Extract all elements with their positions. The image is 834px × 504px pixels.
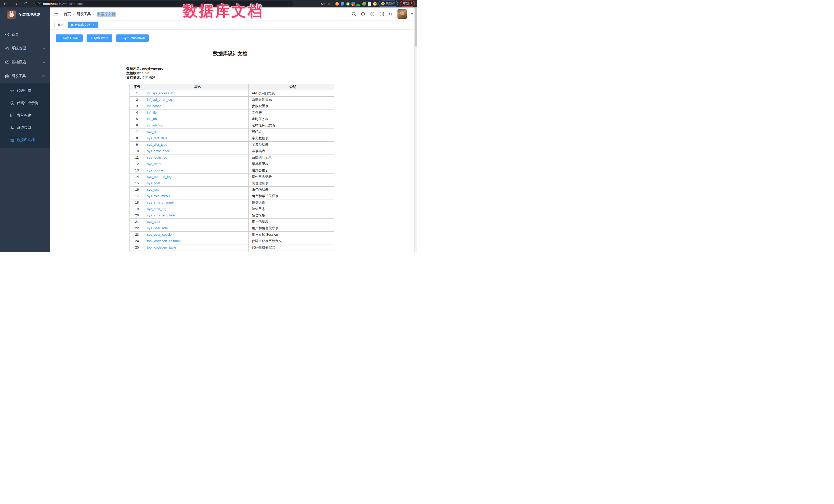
paused-chip[interactable]: 已暂停: [378, 1, 398, 7]
tag-home[interactable]: 首页: [54, 22, 66, 28]
sidebar-item-form-builder[interactable]: 表单构建: [0, 109, 50, 122]
sidebar-item-codegen[interactable]: </> 代码生成: [0, 85, 50, 97]
scrollbar-thumb[interactable]: [415, 8, 417, 46]
table-desc-cell: 角色信息表: [249, 186, 334, 193]
table-name-link[interactable]: sys_user_role: [147, 226, 168, 230]
reload-icon[interactable]: [23, 1, 29, 7]
row-index: 18: [130, 199, 145, 205]
extension-emoji-icon[interactable]: [373, 2, 377, 6]
table-name-link[interactable]: sys_post: [147, 181, 160, 185]
table-name-link[interactable]: sys_notice: [147, 168, 163, 172]
address-bar[interactable]: i localhost:1024/tool/db-doc: [35, 1, 293, 6]
breadcrumb-devtools[interactable]: 研发工具: [76, 12, 91, 17]
help-icon[interactable]: ?: [370, 12, 375, 17]
table-grid-icon: [10, 138, 14, 142]
table-name-link[interactable]: sys_error_code: [147, 149, 170, 153]
table-name-link[interactable]: tool_codegen_table: [147, 245, 176, 249]
search-icon[interactable]: [351, 12, 356, 17]
table-row: 1inf_api_access_logAPI 访问日志表: [130, 90, 334, 96]
extensions-puzzle-icon[interactable]: [368, 2, 371, 6]
row-index: 15: [130, 180, 145, 186]
sidebar-item-system-api[interactable]: 系统接口: [0, 122, 50, 134]
table-name-link[interactable]: sys_dict_data: [147, 136, 168, 140]
chevron-down-icon: [42, 46, 45, 49]
table-row: 7sys_dept部门表: [130, 129, 334, 135]
table-desc-cell: 代码生成表字段定义: [249, 238, 334, 244]
doc-table-body: 1inf_api_access_logAPI 访问日志表2inf_api_err…: [130, 90, 334, 252]
table-row: 3inf_config参数配置表: [130, 103, 334, 109]
browser-toolbar: i localhost:1024/tool/db-doc ☆ on 已暂停 更新: [0, 0, 417, 7]
sidebar-item-devtools[interactable]: 研发工具: [0, 69, 50, 83]
table-name-link[interactable]: sys_dept: [147, 130, 160, 134]
logo-avatar: [7, 10, 16, 19]
breadcrumb-home[interactable]: 首页: [64, 12, 71, 17]
table-name-link[interactable]: sys_login_log: [147, 155, 167, 159]
table-name-link[interactable]: sys_role_menu: [147, 194, 170, 198]
table-name-link[interactable]: inf_file: [147, 111, 157, 114]
table-name-link[interactable]: tool_codegen_column: [147, 239, 180, 243]
table-row: 9sys_dict_type字典类型表: [130, 141, 334, 148]
export-word-button[interactable]: + 导出 Word: [87, 35, 112, 42]
table-row: 20sys_sms_template短信模板: [130, 212, 334, 218]
table-name-link[interactable]: sys_user: [147, 220, 160, 224]
doc-desc-line: 文档描述: 文档描述: [126, 75, 334, 80]
sidebar-item-infra[interactable]: 基础设施: [0, 55, 50, 69]
table-name-cell: inf_api_error_log: [145, 96, 249, 103]
table-name-link[interactable]: inf_api_error_log: [147, 98, 172, 102]
tag-close-icon[interactable]: ×: [92, 23, 95, 27]
table-name-link[interactable]: inf_api_access_log: [147, 91, 175, 95]
key-icon[interactable]: [321, 1, 326, 7]
table-row: 18sys_sms_channel短信渠道: [130, 199, 334, 205]
table-name-link[interactable]: sys_sms_log: [147, 207, 166, 211]
table-row: 21sys_user用户信息表: [130, 218, 334, 225]
table-name-cell: sys_error_code: [145, 148, 249, 154]
table-name-link[interactable]: sys_dict_type: [147, 143, 167, 147]
user-menu-caret-icon[interactable]: [411, 13, 413, 15]
table-name-cell: sys_dept: [145, 129, 249, 135]
back-icon[interactable]: [2, 1, 9, 7]
extension-dark-icon[interactable]: on: [357, 2, 360, 6]
update-chip[interactable]: 更新: [400, 1, 415, 7]
table-name-link[interactable]: sys_sms_template: [147, 213, 175, 217]
app-logo[interactable]: 芋道管理系统: [0, 7, 50, 22]
page-scrollbar[interactable]: [414, 7, 417, 252]
extension-color-grid-icon[interactable]: [351, 2, 355, 6]
bookmark-star-icon[interactable]: ☆: [327, 2, 331, 6]
sidebar-item-system[interactable]: 系统管理: [0, 41, 50, 55]
table-name-cell: sys_user: [145, 218, 249, 225]
table-name-link[interactable]: sys_user_session: [147, 233, 173, 237]
table-name-link[interactable]: sys_menu: [147, 162, 162, 166]
export-html-button[interactable]: + 导出 HTML: [56, 35, 83, 42]
font-size-icon[interactable]: tT: [388, 12, 393, 17]
table-row: 16sys_role角色信息表: [130, 186, 334, 193]
table-name-link[interactable]: sys_sms_channel: [147, 200, 173, 204]
sidebar-item-codegen-demo[interactable]: 代码生成示例: [0, 97, 50, 109]
extension-green-check-icon[interactable]: [346, 2, 350, 6]
fullscreen-icon[interactable]: [379, 12, 384, 17]
table-row: 11sys_login_log系统访问记录: [130, 154, 334, 161]
site-info-icon[interactable]: i: [38, 2, 41, 5]
extension-blue-drop-icon[interactable]: [341, 2, 344, 6]
table-row: 13sys_notice通知公告表: [130, 167, 334, 174]
sidebar-item-label: 基础设施: [12, 60, 26, 65]
sidebar-item-db-doc[interactable]: 数据库文档: [0, 134, 50, 146]
user-avatar[interactable]: [397, 9, 407, 19]
table-name-link[interactable]: inf_job: [147, 117, 157, 121]
table-name-cell: sys_sms_channel: [145, 199, 249, 205]
table-desc-cell: 定时任务日志表: [249, 122, 334, 129]
extension-leaf-icon[interactable]: [362, 2, 366, 6]
table-name-link[interactable]: sys_role: [147, 188, 159, 192]
table-name-link[interactable]: inf_job_log: [147, 123, 163, 127]
tag-db-doc[interactable]: 数据库文档 ×: [68, 22, 98, 28]
table-row: 25tool_codegen_table代码生成表定义: [130, 244, 334, 250]
table-name-link[interactable]: sys_operate_log: [147, 175, 171, 179]
github-icon[interactable]: [360, 12, 366, 17]
page-content: + 导出 HTML + 导出 Word + 导出 Markdown 数据库设计文…: [50, 29, 417, 252]
sidebar-item-home[interactable]: 首页: [0, 27, 50, 41]
browser-menu-icon[interactable]: [411, 2, 412, 5]
table-name-link[interactable]: inf_config: [147, 104, 161, 108]
collapse-sidebar-icon[interactable]: [53, 12, 58, 17]
table-name-link[interactable]: tool_test_demo: [147, 252, 170, 252]
extension-orange-icon[interactable]: [335, 2, 339, 6]
forward-icon[interactable]: [12, 1, 19, 7]
